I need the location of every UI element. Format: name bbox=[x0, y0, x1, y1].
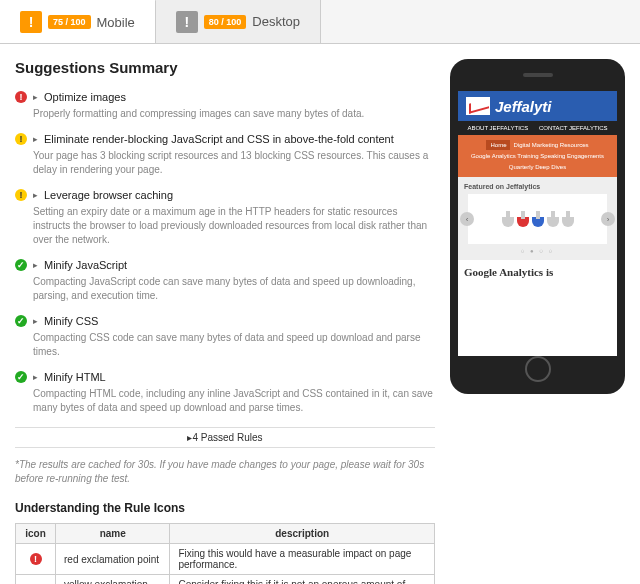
preview-screen: Jeffalyti ABOUT JEFFALYTICS CONTACT JEFF… bbox=[458, 91, 617, 356]
table-row: ! yellow exclamation point Consider fixi… bbox=[16, 575, 435, 585]
slider-prev-icon: ‹ bbox=[460, 212, 474, 226]
suggestion-item: ✓ ▸ Minify HTML Compacting HTML code, in… bbox=[15, 371, 435, 415]
suggestion-description: Compacting CSS code can save many bytes … bbox=[33, 331, 435, 359]
suggestion-title: Eliminate render-blocking JavaScript and… bbox=[44, 133, 394, 145]
suggestion-title: Optimize images bbox=[44, 91, 126, 103]
suggestion-item: ✓ ▸ Minify CSS Compacting CSS code can s… bbox=[15, 315, 435, 359]
expand-arrow-icon: ▸ bbox=[33, 134, 38, 144]
suggestion-toggle[interactable]: ! ▸ Leverage browser caching bbox=[15, 189, 435, 201]
desktop-alert-icon: ! bbox=[176, 11, 198, 33]
slider-next-icon: › bbox=[601, 212, 615, 226]
slider-dots: ○ ● ○ ○ bbox=[464, 248, 611, 254]
suggestion-item: ! ▸ Eliminate render-blocking JavaScript… bbox=[15, 133, 435, 177]
suggestion-title: Minify JavaScript bbox=[44, 259, 127, 271]
preview-featured: Featured on Jeffalytics ‹ › ○ ● ○ ○ bbox=[458, 177, 617, 260]
preview-menu: ABOUT JEFFALYTICS CONTACT JEFFALYTICS bbox=[458, 121, 617, 135]
suggestion-item: ✓ ▸ Minify JavaScript Compacting JavaScr… bbox=[15, 259, 435, 303]
mobile-alert-icon: ! bbox=[20, 11, 42, 33]
table-header: name bbox=[56, 524, 170, 544]
table-header: description bbox=[170, 524, 435, 544]
tab-label: Desktop bbox=[252, 14, 300, 29]
green-exclamation-icon: ✓ bbox=[15, 371, 27, 383]
table-row: ! red exclamation point Fixing this woul… bbox=[16, 544, 435, 575]
expand-arrow-icon: ▸ bbox=[33, 372, 38, 382]
green-exclamation-icon: ✓ bbox=[15, 315, 27, 327]
icon-desc-cell: Consider fixing this if it is not an one… bbox=[170, 575, 435, 585]
device-preview: Jeffalyti ABOUT JEFFALYTICS CONTACT JEFF… bbox=[450, 59, 625, 394]
brand-chart-icon bbox=[466, 97, 490, 115]
desktop-score-badge: 80 / 100 bbox=[204, 15, 247, 29]
suggestion-description: Compacting HTML code, including any inli… bbox=[33, 387, 435, 415]
icon-desc-cell: Fixing this would have a measurable impa… bbox=[170, 544, 435, 575]
tab-desktop[interactable]: ! 80 / 100 Desktop bbox=[156, 0, 321, 43]
tab-mobile[interactable]: ! 75 / 100 Mobile bbox=[0, 0, 156, 43]
preview-logo-bar: Jeffalyti bbox=[458, 91, 617, 121]
suggestion-title: Minify CSS bbox=[44, 315, 98, 327]
suggestion-item: ! ▸ Leverage browser caching Setting an … bbox=[15, 189, 435, 247]
red-icon: ! bbox=[30, 553, 42, 565]
passed-rules-toggle[interactable]: ▸4 Passed Rules bbox=[15, 427, 435, 448]
tab-bar: ! 75 / 100 Mobile ! 80 / 100 Desktop bbox=[0, 0, 640, 44]
suggestion-toggle[interactable]: ! ▸ Eliminate render-blocking JavaScript… bbox=[15, 133, 435, 145]
mobile-score-badge: 75 / 100 bbox=[48, 15, 91, 29]
icon-name-cell: red exclamation point bbox=[56, 544, 170, 575]
suggestion-item: ! ▸ Optimize images Properly formatting … bbox=[15, 91, 435, 121]
table-header: icon bbox=[16, 524, 56, 544]
preview-nav: HomeDigital Marketing Resources Google A… bbox=[458, 135, 617, 177]
expand-arrow-icon: ▸ bbox=[33, 92, 38, 102]
suggestion-toggle[interactable]: ✓ ▸ Minify CSS bbox=[15, 315, 435, 327]
suggestion-toggle[interactable]: ✓ ▸ Minify JavaScript bbox=[15, 259, 435, 271]
suggestion-title: Minify HTML bbox=[44, 371, 106, 383]
green-exclamation-icon: ✓ bbox=[15, 259, 27, 271]
suggestion-title: Leverage browser caching bbox=[44, 189, 173, 201]
expand-arrow-icon: ▸ bbox=[33, 190, 38, 200]
page-title: Suggestions Summary bbox=[15, 59, 435, 76]
suggestion-description: Properly formatting and compressing imag… bbox=[33, 107, 435, 121]
suggestion-description: Setting an expiry date or a maximum age … bbox=[33, 205, 435, 247]
preview-headline: Google Analytics is bbox=[458, 260, 617, 284]
icons-table: iconnamedescription ! red exclamation po… bbox=[15, 523, 435, 584]
icons-heading: Understanding the Rule Icons bbox=[15, 501, 435, 515]
red-exclamation-icon: ! bbox=[15, 91, 27, 103]
expand-arrow-icon: ▸ bbox=[33, 316, 38, 326]
yellow-exclamation-icon: ! bbox=[15, 189, 27, 201]
cache-note: *The results are cached for 30s. If you … bbox=[15, 458, 435, 486]
suggestion-description: Compacting JavaScript code can save many… bbox=[33, 275, 435, 303]
suggestion-toggle[interactable]: ✓ ▸ Minify HTML bbox=[15, 371, 435, 383]
icon-name-cell: yellow exclamation point bbox=[56, 575, 170, 585]
suggestion-description: Your page has 3 blocking script resource… bbox=[33, 149, 435, 177]
expand-arrow-icon: ▸ bbox=[33, 260, 38, 270]
yellow-exclamation-icon: ! bbox=[15, 133, 27, 145]
tab-label: Mobile bbox=[97, 15, 135, 30]
suggestion-toggle[interactable]: ! ▸ Optimize images bbox=[15, 91, 435, 103]
brand-name: Jeffalyti bbox=[495, 98, 551, 115]
